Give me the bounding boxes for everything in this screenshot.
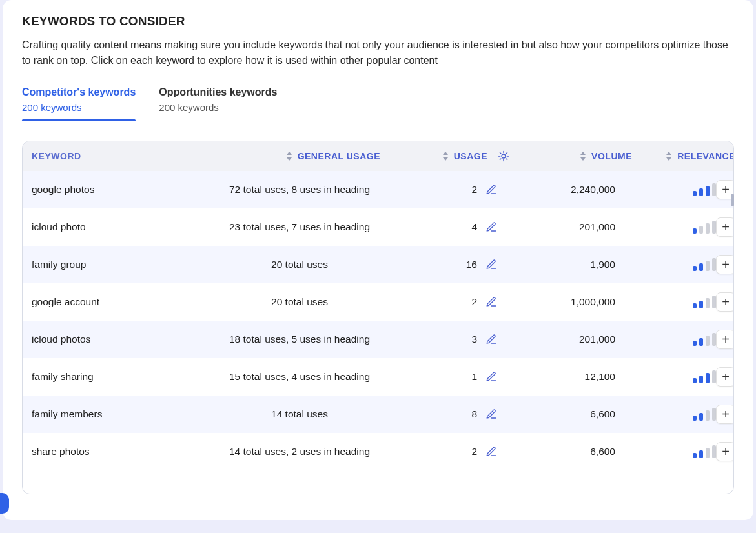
usage-value: 2	[471, 296, 477, 308]
relevance-bar	[693, 378, 697, 383]
tab-sub: 200 keywords	[22, 102, 136, 113]
svg-line-6	[506, 159, 507, 160]
relevance-cell	[632, 221, 716, 234]
add-cell: +	[716, 292, 733, 312]
volume-cell: 1,000,000	[509, 296, 632, 308]
col-volume[interactable]: VOLUME	[509, 150, 632, 162]
relevance-bar	[706, 410, 710, 421]
relevance-bar	[693, 266, 697, 271]
keywords-card: KEYWORDS TO CONSIDER Crafting quality co…	[3, 0, 753, 520]
relevance-bar	[699, 188, 703, 196]
tab-sub: 200 keywords	[159, 102, 277, 113]
edit-icon[interactable]	[485, 258, 498, 271]
add-button[interactable]: +	[716, 405, 733, 424]
relevance-bar	[699, 338, 703, 346]
table-row[interactable]: family sharing15 total uses, 4 uses in h…	[23, 358, 733, 396]
usage-value: 2	[471, 184, 477, 196]
table-row[interactable]: family members14 total uses86,600+	[23, 396, 733, 433]
col-keyword-label: KEYWORD	[32, 151, 81, 161]
table-row[interactable]: family group20 total uses161,900+	[23, 246, 733, 283]
edit-icon[interactable]	[485, 296, 498, 308]
add-cell: +	[716, 330, 733, 349]
add-button[interactable]: +	[716, 255, 733, 274]
tabs: Competitor's keywords200 keywordsOpportu…	[22, 86, 734, 121]
col-relevance[interactable]: RELEVANCE	[632, 150, 734, 162]
general-usage-cell: 14 total uses, 2 uses in heading	[219, 445, 380, 459]
tab-title: Opportunities keywords	[159, 86, 277, 98]
col-volume-label: VOLUME	[591, 151, 632, 161]
volume-cell: 201,000	[509, 334, 632, 345]
add-button[interactable]: +	[716, 442, 733, 461]
volume-cell: 6,600	[509, 408, 632, 420]
usage-cell: 2	[380, 296, 509, 308]
table-body: google photos72 total uses, 8 uses in he…	[23, 171, 733, 494]
col-keyword[interactable]: KEYWORD	[32, 150, 219, 162]
add-cell: +	[716, 367, 733, 387]
add-button[interactable]: +	[716, 330, 733, 349]
sort-icon	[666, 152, 672, 161]
usage-value: 3	[471, 334, 477, 345]
usage-cell: 16	[380, 258, 509, 271]
keyword-cell: google photos	[32, 184, 219, 196]
relevance-bar	[699, 301, 703, 308]
keyword-cell: family group	[32, 259, 219, 270]
relevance-bar	[693, 453, 697, 458]
relevance-bar	[693, 191, 697, 196]
sort-icon	[442, 152, 449, 161]
table-row[interactable]: icloud photos18 total uses, 5 uses in he…	[23, 321, 733, 358]
add-cell: +	[716, 405, 733, 424]
relevance-bar	[693, 303, 697, 308]
relevance-bar	[706, 223, 710, 234]
relevance-bar	[706, 186, 710, 196]
general-usage-cell: 72 total uses, 8 uses in heading	[219, 183, 380, 197]
col-relevance-label: RELEVANCE	[677, 151, 734, 161]
table-row[interactable]: share photos14 total uses, 2 uses in hea…	[23, 433, 733, 470]
usage-cell: 1	[380, 370, 509, 383]
volume-cell: 2,240,000	[509, 184, 632, 196]
svg-point-0	[502, 154, 506, 158]
tab-opportunities[interactable]: Opportunities keywords200 keywords	[159, 86, 277, 121]
edit-icon[interactable]	[485, 221, 498, 234]
relevance-bar	[693, 341, 697, 346]
edit-icon[interactable]	[485, 183, 498, 196]
keyword-cell: icloud photo	[32, 221, 219, 233]
relevance-bar	[706, 261, 710, 271]
usage-cell: 3	[380, 333, 509, 346]
relevance-cell	[632, 296, 716, 308]
relevance-cell	[632, 445, 716, 458]
usage-cell: 2	[380, 183, 509, 196]
keyword-cell: google account	[32, 296, 219, 308]
keyword-cell: family sharing	[32, 371, 219, 383]
keyword-cell: icloud photos	[32, 334, 219, 345]
table-row[interactable]: google photos72 total uses, 8 uses in he…	[23, 171, 733, 208]
usage-value: 2	[471, 446, 477, 458]
relevance-bar	[699, 376, 703, 383]
relevance-cell	[632, 333, 716, 346]
add-button[interactable]: +	[716, 292, 733, 312]
tab-competitors[interactable]: Competitor's keywords200 keywords	[22, 86, 136, 121]
svg-line-5	[500, 152, 501, 154]
keyword-cell: family members	[32, 408, 219, 420]
lightbulb-icon	[498, 150, 509, 162]
col-usage[interactable]: USAGE	[380, 150, 509, 162]
edit-icon[interactable]	[485, 333, 498, 346]
table-row[interactable]: google account20 total uses21,000,000+	[23, 283, 733, 321]
usage-cell: 4	[380, 221, 509, 234]
relevance-cell	[632, 370, 716, 383]
add-button[interactable]: +	[716, 367, 733, 387]
add-button[interactable]: +	[716, 217, 733, 237]
usage-cell: 8	[380, 408, 509, 421]
usage-value: 1	[471, 371, 477, 383]
side-handle[interactable]	[0, 493, 9, 514]
add-cell: +	[716, 217, 733, 237]
tab-title: Competitor's keywords	[22, 86, 136, 98]
col-general-usage[interactable]: GENERAL USAGE	[219, 150, 380, 162]
relevance-bar	[706, 336, 710, 346]
volume-cell: 201,000	[509, 221, 632, 233]
edit-icon[interactable]	[485, 408, 498, 421]
edit-icon[interactable]	[485, 370, 498, 383]
relevance-bar	[699, 450, 703, 458]
table-row[interactable]: icloud photo23 total uses, 7 uses in hea…	[23, 208, 733, 246]
edit-icon[interactable]	[485, 445, 498, 458]
scrollbar-thumb[interactable]	[731, 194, 734, 206]
